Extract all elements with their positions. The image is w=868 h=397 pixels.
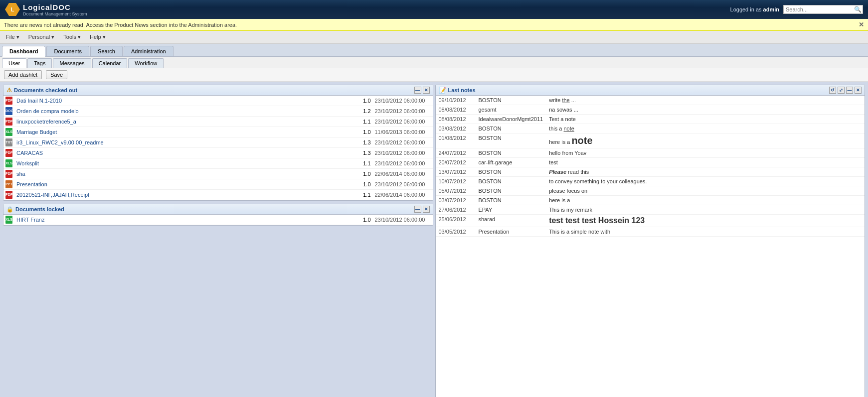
dashlet-checked-out-title: Documents checked out [14, 87, 77, 93]
dashlet-checked-out-body: PDF Dati Inail N.1-2010 1.0 23/10/2012 0… [3, 96, 433, 200]
dashlet-locked-close-button[interactable]: ✕ [423, 206, 430, 213]
file-version: 1.0 [353, 169, 373, 179]
list-item[interactable]: 09/10/2012 BOSTON write the ... [436, 96, 865, 105]
dashlet-notes-detach-button[interactable]: ⤢ [838, 87, 845, 94]
menu-help[interactable]: Help ▾ [88, 33, 108, 41]
add-dashlet-button[interactable]: Add dashlet [4, 70, 42, 79]
file-name[interactable]: linuxpocketreference5_a [14, 117, 353, 127]
list-item[interactable]: 01/08/2012 BOSTON here is a note [436, 133, 865, 148]
note-date: 08/08/2012 [436, 105, 476, 115]
logo-icon: L [5, 2, 20, 17]
file-icon-cell: PDF [3, 169, 14, 179]
note-text: here is a note [546, 133, 865, 148]
file-name[interactable]: HIRT Franz [14, 215, 353, 225]
file-date: 23/10/2012 06:00:00 [373, 96, 433, 106]
file-name[interactable]: CARACAS [14, 148, 353, 158]
note-text: test [546, 158, 865, 167]
file-version: 1.2 [353, 106, 373, 117]
list-item[interactable]: 20/07/2012 car-lift-garage test [436, 158, 865, 167]
table-row[interactable]: DOC Orden de compra modelo 1.2 23/10/201… [3, 106, 433, 117]
note-source: Presentation [476, 227, 546, 237]
file-name[interactable]: Dati Inail N.1-2010 [14, 96, 353, 106]
list-item[interactable]: 08/08/2012 IdealwareDonorMgmt2011 Test a… [436, 115, 865, 124]
table-row[interactable]: XLS HIRT Franz 1.0 23/10/2012 06:00:00 [3, 215, 433, 225]
search-icon[interactable]: 🔍 [854, 6, 862, 13]
table-row[interactable]: XLS Marriage Budget 1.0 11/06/2013 06:00… [3, 127, 433, 137]
file-version: 1.1 [353, 117, 373, 127]
menu-tools[interactable]: Tools ▾ [61, 33, 83, 41]
search-container: 🔍 [783, 5, 863, 14]
note-text: Test a note [546, 115, 865, 124]
dashlet-checked-out-title-area: ⚠ Documents checked out [6, 87, 77, 94]
table-row[interactable]: PPT Presentation 1.0 23/10/2012 06:00:00 [3, 179, 433, 190]
dashlet-locked-controls: — ✕ [414, 206, 430, 213]
table-row[interactable]: PDF CARACAS 1.3 23/10/2012 06:00:00 [3, 148, 433, 158]
dashlet-checked-out-header: ⚠ Documents checked out — ✕ [3, 85, 433, 96]
dashlet-notes-minimize-button[interactable]: — [846, 87, 853, 94]
file-name[interactable]: sha [14, 169, 353, 179]
list-item[interactable]: 24/07/2012 BOSTON hello from Yoav [436, 148, 865, 158]
tab-search[interactable]: Search [90, 46, 123, 56]
menu-file[interactable]: File ▾ [4, 33, 21, 41]
list-item[interactable]: 27/06/2012 EPAY This is my remark [436, 205, 865, 215]
save-button[interactable]: Save [46, 70, 67, 79]
file-name[interactable]: Worksplit [14, 158, 353, 169]
note-source: BOSTON [476, 148, 546, 158]
sub-tabs: User Tags Messages Calendar Workflow [0, 57, 868, 68]
table-row[interactable]: PDF 20120521-INF,JAJAH,Receipt 1.1 22/06… [3, 190, 433, 200]
table-row[interactable]: PDF Dati Inail N.1-2010 1.0 23/10/2012 0… [3, 96, 433, 106]
note-text: hello from Yoav [546, 148, 865, 158]
sub-tab-user[interactable]: User [2, 58, 26, 68]
dashlet-minimize-button[interactable]: — [414, 87, 421, 94]
table-row[interactable]: PDF sha 1.0 22/06/2014 06:00:00 [3, 169, 433, 179]
file-name[interactable]: Orden de compra modelo [14, 106, 353, 117]
list-item[interactable]: 03/07/2012 BOSTON here is a [436, 196, 865, 205]
sub-tab-tags[interactable]: Tags [27, 58, 52, 68]
dashlet-notes-refresh-button[interactable]: ↺ [829, 87, 836, 94]
table-row[interactable]: XLS Worksplit 1.1 23/10/2012 06:00:00 [3, 158, 433, 169]
sub-tab-messages[interactable]: Messages [53, 58, 91, 68]
tab-documents[interactable]: Documents [46, 46, 89, 56]
menu-personal[interactable]: Personal ▾ [26, 33, 56, 41]
list-item[interactable]: 08/08/2012 gesamt na sowas ... [436, 105, 865, 115]
table-row[interactable]: PDF linuxpocketreference5_a 1.1 23/10/20… [3, 117, 433, 127]
file-icon-cell: TXT [3, 137, 14, 148]
list-item[interactable]: 10/07/2012 BOSTON to convey something to… [436, 177, 865, 186]
file-date: 23/10/2012 06:00:00 [373, 117, 433, 127]
list-item[interactable]: 05/07/2012 BOSTON please focus on [436, 186, 865, 196]
note-text: here is a [546, 196, 865, 205]
file-name[interactable]: Presentation [14, 179, 353, 190]
right-panel: 📝 Last notes ↺ ⤢ — ✕ 09/10/2012 BOSTON w… [435, 85, 866, 397]
sub-tab-calendar[interactable]: Calendar [92, 58, 128, 68]
list-item[interactable]: 03/05/2012 Presentation This is a simple… [436, 227, 865, 237]
note-source: IdealwareDonorMgmt2011 [476, 115, 546, 124]
note-date: 09/10/2012 [436, 96, 476, 105]
news-close-button[interactable]: ✕ [859, 21, 864, 28]
note-date: 08/08/2012 [436, 115, 476, 124]
note-source: BOSTON [476, 124, 546, 133]
list-item[interactable]: 13/07/2012 BOSTON Please read this [436, 167, 865, 177]
list-item[interactable]: 25/06/2012 sharad test test test Hossein… [436, 215, 865, 227]
file-version: 1.3 [353, 137, 373, 148]
list-item[interactable]: 03/08/2012 BOSTON this a note [436, 124, 865, 133]
file-version: 1.0 [353, 215, 373, 225]
dashlet-notes-title-area: 📝 Last notes [439, 87, 476, 94]
note-date: 20/07/2012 [436, 158, 476, 167]
search-input[interactable] [783, 5, 863, 14]
file-name[interactable]: ir3_Linux_RWC2_v9.00.00_readme [14, 137, 353, 148]
note-date: 03/08/2012 [436, 124, 476, 133]
table-row[interactable]: TXT ir3_Linux_RWC2_v9.00.00_readme 1.3 2… [3, 137, 433, 148]
file-date: 23/10/2012 06:00:00 [373, 215, 433, 225]
file-date: 23/10/2012 06:00:00 [373, 106, 433, 117]
dashlet-close-button[interactable]: ✕ [423, 87, 430, 94]
tab-dashboard[interactable]: Dashboard [2, 46, 45, 57]
news-message: There are news not already read. Access … [4, 22, 237, 28]
tab-administration[interactable]: Administration [124, 46, 174, 56]
note-date: 05/07/2012 [436, 186, 476, 196]
file-name[interactable]: Marriage Budget [14, 127, 353, 137]
sub-tab-workflow[interactable]: Workflow [128, 58, 164, 68]
file-name[interactable]: 20120521-INF,JAJAH,Receipt [14, 190, 353, 200]
dashlet-locked-minimize-button[interactable]: — [414, 206, 421, 213]
note-date: 01/08/2012 [436, 133, 476, 148]
dashlet-notes-close-button[interactable]: ✕ [855, 87, 862, 94]
